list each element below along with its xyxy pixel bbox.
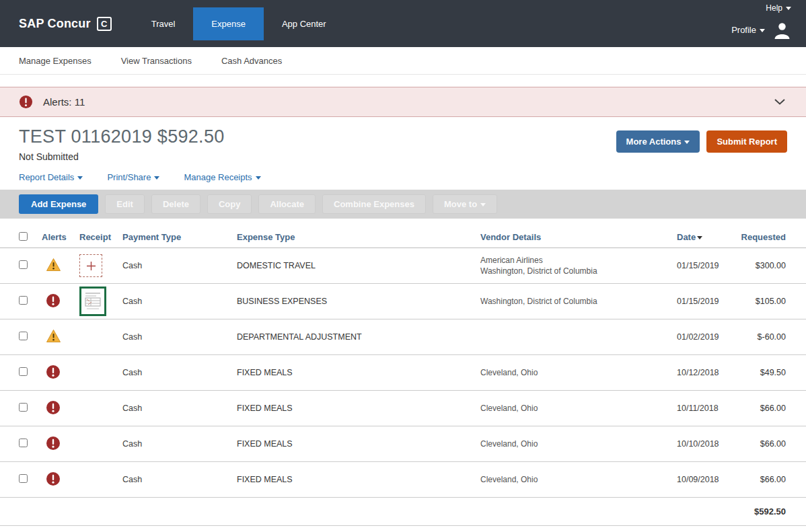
alert-icon-cell[interactable]: [46, 365, 61, 379]
expense-type: FIXED MEALS: [237, 368, 480, 377]
caret-down-icon: [786, 7, 791, 10]
expense-type: DEPARTMENTAL ADJUSTMENT: [237, 332, 480, 342]
row-checkbox[interactable]: [19, 439, 28, 447]
report-actions: More Actions Submit Report: [616, 130, 787, 162]
caret-down-icon: [77, 176, 83, 180]
edit-button[interactable]: Edit: [105, 194, 145, 214]
row-checkbox[interactable]: [19, 296, 28, 305]
table-row[interactable]: Cash FIXED MEALS Cleveland, Ohio 10/09/2…: [0, 462, 806, 498]
table-row[interactable]: Cash FIXED MEALS Cleveland, Ohio 10/10/2…: [0, 426, 806, 462]
header-receipt: Receipt: [79, 232, 122, 242]
error-icon: [46, 471, 61, 486]
report-header: TEST 01162019 $592.50 Not Submitted More…: [0, 117, 806, 166]
expense-type: FIXED MEALS: [237, 439, 480, 449]
alert-error-icon: [19, 95, 33, 109]
report-details-link[interactable]: Report Details: [19, 172, 83, 182]
requested-amount: $66.00: [736, 439, 786, 449]
subnav-cash-advances[interactable]: Cash Advances: [221, 56, 282, 66]
requested-amount: $300.00: [736, 261, 786, 270]
alerts-banner[interactable]: Alerts: 11: [0, 87, 806, 117]
profile-menu[interactable]: Profile: [731, 21, 791, 39]
expense-toolbar: Add Expense Edit Delete Copy Allocate Co…: [0, 190, 806, 219]
top-navigation-bar: SAP Concur C Travel Expense App Center H…: [0, 0, 806, 47]
table-body: Cash DOMESTIC TRAVEL American AirlinesWa…: [0, 248, 806, 498]
copy-button[interactable]: Copy: [207, 194, 252, 214]
allocate-button[interactable]: Allocate: [258, 194, 316, 214]
error-icon: [46, 365, 61, 379]
error-icon: [46, 293, 61, 308]
report-status: Not Submitted: [19, 151, 225, 162]
add-receipt-icon: [79, 254, 102, 277]
concur-c-logo-icon: C: [97, 17, 112, 31]
receipt-cell[interactable]: [79, 254, 122, 277]
subnav-manage-expenses[interactable]: Manage Expenses: [19, 56, 91, 66]
table-row[interactable]: Cash BUSINESS EXPENSES Washington, Distr…: [0, 284, 806, 319]
row-checkbox[interactable]: [19, 367, 28, 376]
topbar-right: Help Profile: [731, 0, 791, 47]
select-all-checkbox[interactable]: [19, 232, 28, 241]
header-date-sort[interactable]: Date: [677, 232, 736, 242]
table-row[interactable]: Cash DOMESTIC TRAVEL American AirlinesWa…: [0, 248, 806, 284]
vendor-details: Cleveland, Ohio: [480, 367, 677, 378]
nav-app-center[interactable]: App Center: [264, 7, 344, 40]
manage-receipts-link[interactable]: Manage Receipts: [184, 172, 260, 182]
requested-amount: $49.50: [736, 368, 786, 377]
expense-type: DOMESTIC TRAVEL: [237, 261, 480, 270]
table-row[interactable]: Cash FIXED MEALS Cleveland, Ohio 10/11/2…: [0, 391, 806, 426]
nav-travel[interactable]: Travel: [133, 7, 194, 40]
sap-concur-logo[interactable]: SAP Concur C: [19, 0, 112, 47]
move-to-button[interactable]: Move to: [433, 194, 497, 214]
expense-table: Alerts Receipt Payment Type Expense Type…: [0, 227, 806, 526]
header-vendor-details: Vendor Details: [480, 232, 677, 242]
payment-type: Cash: [122, 368, 237, 377]
header-expense-type: Expense Type: [237, 232, 480, 242]
header-requested: Requested: [736, 232, 786, 242]
table-header-row: Alerts Receipt Payment Type Expense Type…: [0, 227, 806, 248]
delete-button[interactable]: Delete: [151, 194, 200, 214]
add-expense-button[interactable]: Add Expense: [19, 194, 98, 214]
header-alerts: Alerts: [42, 232, 79, 242]
requested-amount: $105.00: [736, 297, 786, 306]
expense-type: BUSINESS EXPENSES: [237, 297, 480, 306]
table-row[interactable]: Cash FIXED MEALS Cleveland, Ohio 10/12/2…: [0, 355, 806, 391]
table-row[interactable]: Cash DEPARTMENTAL ADJUSTMENT 01/02/2019 …: [0, 319, 806, 355]
profile-avatar-icon[interactable]: [773, 21, 791, 39]
more-actions-button[interactable]: More Actions: [616, 130, 700, 153]
row-checkbox[interactable]: [19, 260, 28, 269]
row-checkbox[interactable]: [19, 403, 28, 412]
alert-icon-cell[interactable]: [46, 329, 61, 343]
vendor-details: Cleveland, Ohio: [480, 439, 677, 449]
transaction-date: 10/12/2018: [677, 368, 736, 377]
receipt-cell[interactable]: [79, 287, 122, 316]
alert-icon-cell[interactable]: [46, 471, 61, 486]
combine-expenses-button[interactable]: Combine Expenses: [322, 194, 426, 214]
payment-type: Cash: [122, 261, 237, 270]
print-share-link[interactable]: Print/Share: [107, 172, 159, 182]
transaction-date: 10/11/2018: [677, 404, 736, 413]
alerts-count-label: Alerts: 11: [43, 96, 85, 108]
subnav-view-transactions[interactable]: View Transactions: [121, 56, 192, 66]
caret-down-icon: [256, 176, 261, 180]
alert-icon-cell[interactable]: [46, 436, 61, 451]
vendor-details: American AirlinesWashington, District of…: [480, 255, 677, 276]
alert-icon-cell[interactable]: [46, 293, 61, 308]
report-title: TEST 01162019 $592.50: [19, 126, 225, 147]
alert-icon-cell[interactable]: [46, 400, 61, 415]
warning-icon: [46, 258, 61, 272]
submit-report-button[interactable]: Submit Report: [706, 130, 787, 153]
expense-type: FIXED MEALS: [237, 475, 480, 484]
chevron-down-icon[interactable]: [774, 98, 786, 106]
payment-type: Cash: [122, 404, 237, 413]
report-total: $592.50: [736, 498, 786, 525]
error-icon: [46, 436, 61, 451]
report-links-row: Report Details Print/Share Manage Receip…: [0, 166, 806, 190]
help-menu[interactable]: Help: [766, 3, 791, 13]
nav-expense[interactable]: Expense: [193, 7, 264, 40]
transaction-date: 01/15/2019: [677, 297, 736, 306]
row-checkbox[interactable]: [19, 332, 28, 340]
payment-type: Cash: [122, 297, 237, 306]
requested-amount: $66.00: [736, 475, 786, 484]
vendor-details: Cleveland, Ohio: [480, 474, 677, 485]
row-checkbox[interactable]: [19, 474, 28, 483]
alert-icon-cell[interactable]: [46, 258, 61, 272]
